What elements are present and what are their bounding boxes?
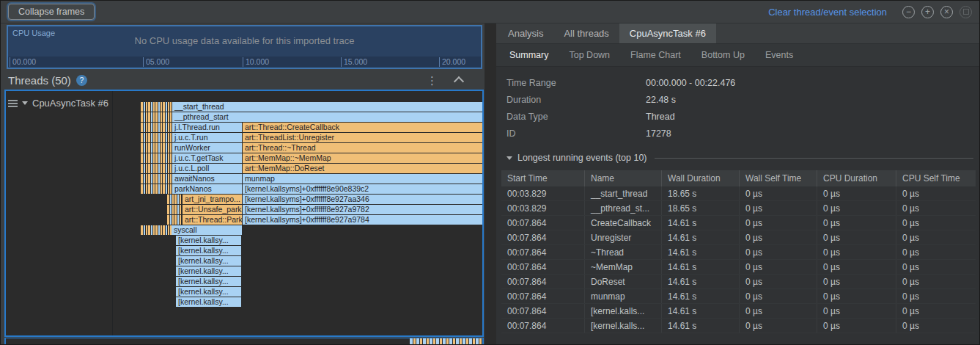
summary-value: 17278 <box>646 128 671 139</box>
panel-splitter[interactable] <box>485 23 496 344</box>
table-row[interactable]: 00:03.829__start_thread18.65 s0 µs0 µs0 … <box>501 186 976 201</box>
table-cell: 18.65 s <box>662 186 740 200</box>
subtab-summary[interactable]: Summary <box>499 44 559 66</box>
summary-list: Time Range00:00.000 - 00:22.476Duration2… <box>496 67 979 142</box>
table-row[interactable]: 00:07.864[kernel.kalls...14.61 s0 µs0 µs… <box>501 319 976 333</box>
table-cell: 00:03.829 <box>501 201 585 215</box>
flame-bar[interactable]: [kernel.kallsy... <box>176 266 241 276</box>
flame-bar[interactable]: art_jni_trampo... <box>183 195 242 204</box>
thread-label[interactable]: CpuAsyncTask #6 <box>6 91 112 109</box>
flame-bar[interactable] <box>167 205 182 214</box>
table-cell: 00:07.864 <box>501 319 585 333</box>
flame-bar[interactable]: awaitNanos <box>172 174 242 184</box>
column-header: CPU Duration <box>817 170 896 186</box>
flame-bar[interactable] <box>141 153 172 163</box>
more-options-icon[interactable]: ⋮ <box>427 75 438 86</box>
flame-bar[interactable] <box>141 133 172 142</box>
table-cell: 0 µs <box>896 230 976 244</box>
flame-bar[interactable] <box>141 102 172 112</box>
flame-bar[interactable]: j.l.Thread.run <box>172 123 242 132</box>
table-cell: 00:07.864 <box>501 260 585 274</box>
thread-track-cpuasynctask: CpuAsyncTask #6 __start_thread__pthread_… <box>4 90 484 337</box>
flame-bar[interactable]: art::MemMap::DoReset <box>243 164 482 173</box>
subtab-flame-chart[interactable]: Flame Chart <box>620 44 691 66</box>
section-divider <box>655 158 973 159</box>
timeline-ruler[interactable]: 00.00005.00010.00015.00020.000 <box>8 57 481 68</box>
flame-bar[interactable]: art::Thread::~Thread <box>243 143 482 153</box>
flame-bar[interactable]: [kernel.kallsy... <box>176 287 241 297</box>
collapse-frames-button[interactable]: Collapse frames <box>8 4 95 20</box>
flame-bar[interactable]: munmap <box>243 174 482 184</box>
flame-bar[interactable]: [kernel.kallsy... <box>176 297 241 307</box>
table-row[interactable]: 00:07.864munmap14.61 s0 µs0 µs0 µs <box>501 289 976 304</box>
table-row[interactable]: 00:07.864[kernel.kalls...14.61 s0 µs0 µs… <box>501 304 976 319</box>
flame-bar[interactable] <box>141 225 172 235</box>
cpu-usage-panel: CPU Usage No CPU usage data available fo… <box>7 25 482 69</box>
clear-selection-link[interactable]: Clear thread/event selection <box>768 7 887 18</box>
flame-bar[interactable]: [kernel.kallsy... <box>176 256 241 266</box>
flame-bar[interactable]: [kernel.kallsyms]+0xffffff8e927aa346 <box>243 195 482 204</box>
tab-all-threads[interactable]: All threads <box>553 23 619 43</box>
table-row[interactable]: 00:07.864DoReset14.61 s0 µs0 µs0 µs <box>501 275 976 289</box>
table-cell: 0 µs <box>740 275 817 288</box>
table-row[interactable]: 00:03.829__pthread_st...18.65 s0 µs0 µs0… <box>501 201 976 216</box>
flame-bar[interactable]: j.u.c.L.poll <box>172 164 242 173</box>
subtab-bottom-up[interactable]: Bottom Up <box>691 44 755 66</box>
table-row[interactable]: 00:07.864~MemMap14.61 s0 µs0 µs0 µs <box>501 260 976 275</box>
collapse-events-icon[interactable] <box>506 156 512 160</box>
subtab-events[interactable]: Events <box>755 44 803 66</box>
flame-bar[interactable] <box>141 174 172 184</box>
table-cell: 00:07.864 <box>501 216 585 230</box>
flame-bar[interactable] <box>141 143 172 153</box>
flame-bar[interactable] <box>167 195 182 204</box>
flame-bar[interactable]: parkNanos <box>172 184 242 194</box>
flame-bar[interactable]: __start_thread <box>172 102 482 112</box>
summary-value: 00:00.000 - 00:22.476 <box>646 78 735 88</box>
flame-bar[interactable]: [kernel.kallsy... <box>176 236 241 245</box>
summary-row: Duration22.48 s <box>506 91 979 108</box>
flame-bar[interactable]: syscall <box>172 225 242 235</box>
flame-bar[interactable]: art::MemMap::~MemMap <box>243 153 482 163</box>
reset-zoom-icon[interactable]: × <box>940 6 953 18</box>
help-icon[interactable]: ? <box>76 75 87 86</box>
summary-row: Data TypeThread <box>506 108 979 125</box>
flame-bar[interactable]: [kernel.kallsyms]+0xffffff8e90e839c2 <box>243 184 482 194</box>
flame-bar[interactable]: runWorker <box>172 143 242 153</box>
table-cell: ~Thread <box>585 245 662 259</box>
cpu-usage-message: No CPU usage data available for this imp… <box>8 35 481 46</box>
table-row[interactable]: 00:07.864Unregister14.61 s0 µs0 µs0 µs <box>501 230 976 245</box>
expand-arrow-icon[interactable] <box>22 101 28 105</box>
flame-bar[interactable] <box>141 123 172 132</box>
subtab-top-down[interactable]: Top Down <box>559 44 620 66</box>
flame-bar[interactable] <box>141 164 172 173</box>
timeline-tick: 05.000 <box>143 57 169 67</box>
tab-cpuasynctask-6[interactable]: CpuAsyncTask #6 <box>619 23 716 43</box>
table-cell: 0 µs <box>896 186 976 200</box>
flame-bar[interactable] <box>167 215 182 225</box>
table-cell: 00:07.864 <box>501 230 585 244</box>
tab-analysis[interactable]: Analysis <box>498 23 553 43</box>
zoom-out-icon[interactable]: − <box>902 6 915 18</box>
flame-bar[interactable]: art::Thread::CreateCallback <box>243 123 482 132</box>
flame-bar[interactable]: art::Unsafe_park <box>183 205 242 214</box>
flame-bar[interactable]: __pthread_start <box>172 112 482 122</box>
flame-bar[interactable] <box>141 112 172 122</box>
flame-bar[interactable]: art::Thread::Park <box>183 215 242 225</box>
zoom-in-icon[interactable]: + <box>921 6 934 18</box>
table-row[interactable]: 00:07.864CreateCallback14.61 s0 µs0 µs0 … <box>501 216 976 230</box>
flame-bar[interactable]: art::ThreadList::Unregister <box>243 133 482 142</box>
table-cell: 0 µs <box>896 216 976 230</box>
flame-bar[interactable]: [kernel.kallsyms]+0xffffff8e927a9782 <box>243 205 482 214</box>
flame-bar[interactable]: [kernel.kallsy... <box>176 277 241 286</box>
flame-bar[interactable] <box>141 184 172 194</box>
flame-chart[interactable]: __start_thread__pthread_startj.l.Thread.… <box>113 91 482 335</box>
flame-bar[interactable]: j.u.c.T.getTask <box>172 153 242 163</box>
collapse-panel-icon[interactable] <box>454 76 464 86</box>
flame-bar[interactable]: [kernel.kallsyms]+0xffffff8e927a9784 <box>243 215 482 225</box>
table-row[interactable]: 00:07.864~Thread14.61 s0 µs0 µs0 µs <box>501 245 976 260</box>
table-cell: 18.65 s <box>662 201 740 215</box>
next-thread-track[interactable] <box>4 338 484 345</box>
flame-bar[interactable]: [kernel.kallsy... <box>176 246 241 255</box>
flame-bar[interactable]: j.u.c.T.run <box>172 133 242 142</box>
summary-label: Data Type <box>506 112 646 122</box>
